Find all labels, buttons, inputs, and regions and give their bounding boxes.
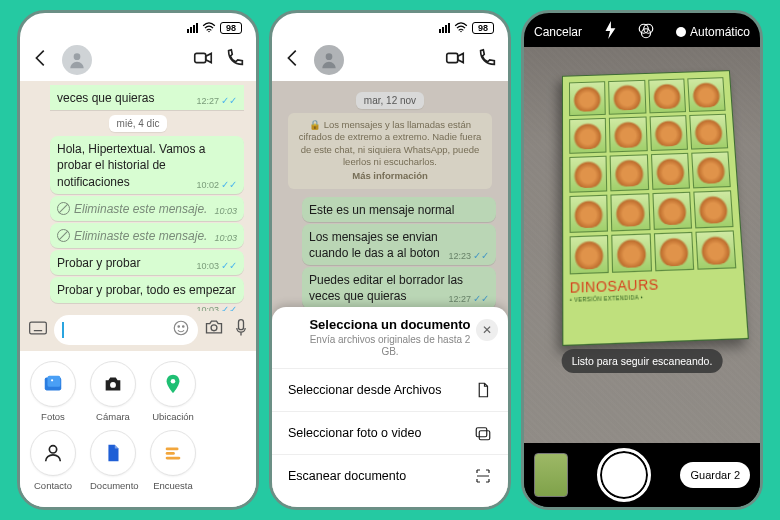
svg-marker-27 xyxy=(458,53,464,62)
message-bubble[interactable]: Hola, Hipertextual. Vamos a probar el hi… xyxy=(50,136,244,194)
svg-point-17 xyxy=(51,379,53,381)
attach-poll[interactable]: Encuesta xyxy=(150,430,196,491)
wifi-icon xyxy=(202,22,216,35)
dot-icon xyxy=(676,27,686,37)
document-picker-sheet: Selecciona un documento Envía archivos o… xyxy=(272,307,508,507)
option-select-photo-video[interactable]: Seleccionar foto o video xyxy=(272,411,508,454)
date-separator: mié, 4 dic xyxy=(28,116,248,130)
svg-rect-28 xyxy=(476,428,487,437)
attach-document[interactable]: Documento xyxy=(90,430,136,491)
message-input[interactable] xyxy=(54,315,198,345)
svg-point-13 xyxy=(211,324,217,330)
signal-icon xyxy=(187,23,198,33)
svg-marker-31 xyxy=(605,21,615,39)
shutter-button[interactable] xyxy=(597,448,651,502)
svg-point-20 xyxy=(49,446,56,453)
camera-icon[interactable] xyxy=(204,318,224,343)
close-button[interactable]: ✕ xyxy=(476,319,498,341)
attach-photos[interactable]: Fotos xyxy=(30,361,76,422)
svg-point-11 xyxy=(178,326,180,328)
svg-point-24 xyxy=(460,30,462,32)
cancel-button[interactable]: Cancelar xyxy=(534,25,582,39)
attach-location[interactable]: Ubicación xyxy=(150,361,196,422)
wifi-icon xyxy=(454,22,468,35)
file-icon xyxy=(474,381,492,399)
svg-rect-22 xyxy=(166,452,175,455)
attachment-sheet: Fotos Cámara Ubicación Contacto Document… xyxy=(20,351,256,507)
filter-button[interactable] xyxy=(637,22,655,43)
message-bubble[interactable]: Puedes editar el borrador las veces que … xyxy=(302,267,496,308)
phone-attach-menu: 98 veces que quieras 12:27✓✓ mié, 4 dic … xyxy=(17,10,259,510)
back-button[interactable] xyxy=(30,47,52,74)
back-button[interactable] xyxy=(282,47,304,74)
message-text: veces que quieras xyxy=(57,91,154,105)
svg-point-19 xyxy=(171,379,176,384)
message-bubble[interactable]: Los mensajes se envian cuando le das a a… xyxy=(302,224,496,265)
sheet-title: Selecciona un documento xyxy=(302,317,478,332)
message-bubble[interactable]: Probar y probar 10:03✓✓ xyxy=(50,250,244,275)
ban-icon xyxy=(57,229,70,242)
scanned-document: DINOSAURS • VERSIÓN EXTENDIDA • xyxy=(562,70,749,346)
svg-point-18 xyxy=(110,382,116,388)
message-bubble[interactable]: Probar y probar, todo es empezar 10:03✓✓ xyxy=(50,277,244,302)
ban-icon xyxy=(57,202,70,215)
voice-call-button[interactable] xyxy=(476,47,498,73)
svg-point-10 xyxy=(174,321,188,335)
scan-icon xyxy=(474,467,492,485)
svg-rect-4 xyxy=(30,322,47,334)
avatar[interactable] xyxy=(62,45,92,75)
svg-rect-16 xyxy=(48,376,61,387)
sheet-subtitle: Envía archivos originales de hasta 2 GB. xyxy=(302,334,478,358)
flash-button[interactable] xyxy=(603,21,617,43)
message-bubble[interactable]: Este es un mensaje normal 12:23✓✓ xyxy=(302,197,496,222)
encryption-notice[interactable]: 🔒 Los mensajes y las llamadas están cifr… xyxy=(288,113,492,189)
svg-point-25 xyxy=(326,53,333,60)
voice-call-button[interactable] xyxy=(224,47,246,73)
message-bubble[interactable]: veces que quieras 12:27✓✓ xyxy=(50,85,244,110)
svg-rect-29 xyxy=(479,431,490,440)
chat-header xyxy=(20,39,256,81)
svg-marker-3 xyxy=(206,53,212,62)
attach-camera[interactable]: Cámara xyxy=(90,361,136,422)
deleted-message[interactable]: Eliminaste este mensaje. 10:03 xyxy=(50,196,244,221)
scanner-top-bar: Cancelar Automático xyxy=(524,13,760,47)
video-call-button[interactable] xyxy=(192,47,214,73)
message-text: Probar y probar, todo es empezar xyxy=(57,283,236,297)
input-row xyxy=(20,311,256,351)
auto-mode-button[interactable]: Automático xyxy=(676,25,750,39)
save-button[interactable]: Guardar 2 xyxy=(680,462,750,488)
date-separator: mar, 12 nov xyxy=(280,93,500,107)
svg-point-0 xyxy=(208,30,210,32)
svg-rect-26 xyxy=(447,53,458,62)
phone-document-picker: 98 mar, 12 nov 🔒 Los mensajes y las llam… xyxy=(269,10,511,510)
svg-point-1 xyxy=(74,53,81,60)
status-bar: 98 xyxy=(20,13,256,39)
option-scan-document[interactable]: Escanear documento xyxy=(272,454,508,497)
attach-contact[interactable]: Contacto xyxy=(30,430,76,491)
svg-rect-23 xyxy=(166,457,181,460)
scan-toast: Listo para seguir escaneando. xyxy=(562,349,723,373)
svg-rect-21 xyxy=(166,448,179,451)
svg-rect-2 xyxy=(195,53,206,62)
scanner-bottom-bar: Guardar 2 xyxy=(524,443,760,507)
svg-rect-14 xyxy=(239,319,244,329)
battery-level: 98 xyxy=(220,22,242,34)
message-text: Probar y probar xyxy=(57,256,140,270)
keyboard-icon[interactable] xyxy=(28,320,48,340)
message-text: Hola, Hipertextual. Vamos a probar el hi… xyxy=(57,142,206,188)
video-call-button[interactable] xyxy=(444,47,466,73)
option-select-from-files[interactable]: Seleccionar desde Archivos xyxy=(272,368,508,411)
thumbnail-preview[interactable] xyxy=(534,453,568,497)
chat-header xyxy=(272,39,508,81)
mic-icon[interactable] xyxy=(234,318,248,343)
avatar[interactable] xyxy=(314,45,344,75)
camera-viewfinder[interactable]: DINOSAURS • VERSIÓN EXTENDIDA • Listo pa… xyxy=(524,47,760,443)
phone-scanner: Cancelar Automático DINOSAURS • VERSIÓN … xyxy=(521,10,763,510)
svg-point-12 xyxy=(183,326,185,328)
status-bar: 98 xyxy=(272,13,508,39)
battery-level: 98 xyxy=(472,22,494,34)
deleted-message[interactable]: Eliminaste este mensaje. 10:03 xyxy=(50,223,244,248)
sticker-icon[interactable] xyxy=(172,319,190,341)
signal-icon xyxy=(439,23,450,33)
chat-body: veces que quieras 12:27✓✓ mié, 4 dic Hol… xyxy=(20,81,256,311)
